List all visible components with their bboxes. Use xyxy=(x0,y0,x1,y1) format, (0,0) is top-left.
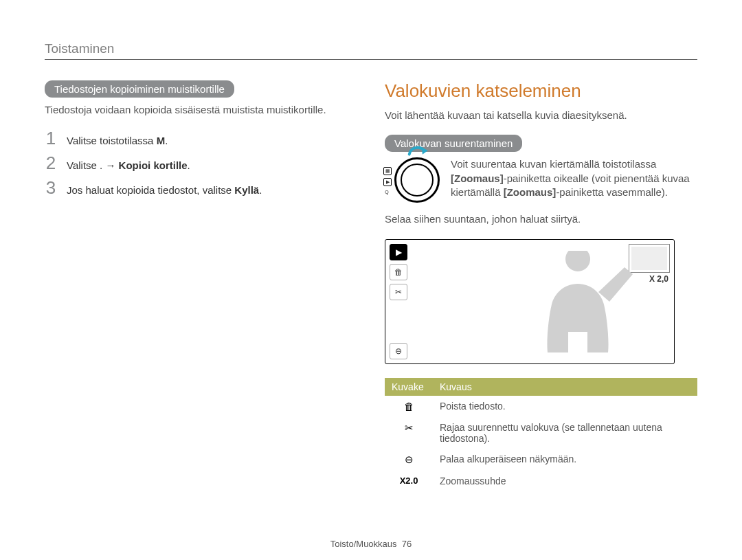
zoom-instruction-row: ▦ ▶ Q Voit suurentaa kuvan kiertämällä t… xyxy=(385,157,697,203)
zoom-ratio-readout: X 2,0 xyxy=(649,274,668,284)
step-number: 3 xyxy=(45,179,57,197)
step-3-b: Kyllä xyxy=(234,184,259,196)
page-header: Toistaminen xyxy=(45,41,697,56)
play-button[interactable]: ▶ xyxy=(390,244,407,260)
zoom-scroll-hint: Selaa siihen suuntaan, johon haluat siir… xyxy=(385,212,697,226)
crop-icon: ✂ xyxy=(385,417,433,449)
step-2: 2 Valitse . → Kopioi kortille. xyxy=(45,154,357,172)
zoom-instruction-text: Voit suurentaa kuvan kiertämällä toistot… xyxy=(451,157,697,199)
tiny-zoom-icon: Q xyxy=(383,189,390,196)
zoom-text-e: -painiketta vasemmalle). xyxy=(556,186,668,198)
left-intro: Tiedostoja voidaan kopioida sisäisestä m… xyxy=(45,103,357,117)
pill-copy-files: Tiedostojen kopioiminen muistikortille xyxy=(45,80,234,98)
tiny-play-icon: ▶ xyxy=(383,178,392,186)
header-rule xyxy=(45,59,697,60)
tiny-grid-icon: ▦ xyxy=(383,167,392,175)
right-intro: Voit lähentää kuvaan tai katsella kuvia … xyxy=(385,109,697,122)
page-footer: Toisto/Muokkaus 76 xyxy=(0,539,742,549)
step-2-b: Kopioi kortille xyxy=(119,159,188,171)
zoom-reset-icon: ⊖ xyxy=(385,449,433,471)
trash-icon: 🗑 xyxy=(385,396,433,417)
zoom-dial-icon xyxy=(394,157,440,203)
th-icon: Kuvake xyxy=(385,378,433,396)
row-desc: Rajaa suurennettu valokuva (se tallennet… xyxy=(433,417,697,449)
zoom-text-d: [Zoomaus] xyxy=(504,186,556,198)
step-1-mode: M xyxy=(157,135,166,146)
rotate-arrow-icon xyxy=(405,142,429,159)
th-description: Kuvaus xyxy=(433,378,697,396)
page-number: 76 xyxy=(402,539,412,549)
zoom-text-a: Voit suurentaa kuvan kiertämällä toistot… xyxy=(451,158,656,170)
step-number: 1 xyxy=(45,129,57,147)
step-2-a: Valitse . → xyxy=(67,159,119,171)
row-desc: Poista tiedosto. xyxy=(433,396,697,417)
delete-button[interactable]: 🗑 xyxy=(390,264,407,280)
step-text: Valitse . → Kopioi kortille. xyxy=(67,159,190,171)
table-row: ⊖ Palaa alkuperäiseen näkymään. xyxy=(385,449,697,471)
right-column: Valokuvien katseleminen Voit lähentää ku… xyxy=(385,80,697,491)
step-1: 1 Valitse toistotilassa M. xyxy=(45,129,357,147)
footer-section: Toisto/Muokkaus xyxy=(330,539,397,549)
child-silhouette-icon xyxy=(509,251,647,364)
crop-button[interactable]: ✂ xyxy=(390,284,407,300)
zoom-out-button[interactable]: ⊖ xyxy=(390,343,407,359)
preview-sidebar: ▶ 🗑 ✂ xyxy=(390,244,407,300)
step-3-a: Jos haluat kopioida tiedostot, valitse xyxy=(67,184,234,196)
left-column: Tiedostojen kopioiminen muistikortille T… xyxy=(45,80,357,491)
step-1-a: Valitse toistotilassa xyxy=(67,135,157,146)
step-3-c: . xyxy=(259,184,262,196)
zoom-ratio-label: X2.0 xyxy=(385,471,433,491)
row-desc: Palaa alkuperäiseen näkymään. xyxy=(433,449,697,471)
photo-preview-frame: ▶ 🗑 ✂ ⊖ X 2,0 xyxy=(385,239,675,364)
step-text: Valitse toistotilassa M. xyxy=(67,135,168,146)
zoom-dial-diagram: ▦ ▶ Q xyxy=(385,157,438,203)
table-row: ✂ Rajaa suurennettu valokuva (se tallenn… xyxy=(385,417,697,449)
step-3: 3 Jos haluat kopioida tiedostot, valitse… xyxy=(45,179,357,197)
table-row: 🗑 Poista tiedosto. xyxy=(385,396,697,417)
steps-list: 1 Valitse toistotilassa M. 2 Valitse . →… xyxy=(45,129,357,197)
zoom-text-b: [Zoomaus] xyxy=(451,172,504,184)
svg-marker-0 xyxy=(422,148,428,155)
row-desc: Zoomaussuhde xyxy=(433,471,697,491)
step-1-c: . xyxy=(165,135,168,146)
step-text: Jos haluat kopioida tiedostot, valitse K… xyxy=(67,184,262,196)
section-title-viewing-photos: Valokuvien katseleminen xyxy=(385,80,697,102)
step-2-c: . xyxy=(188,159,190,171)
step-number: 2 xyxy=(45,154,57,172)
table-row: X2.0 Zoomaussuhde xyxy=(385,471,697,491)
icon-description-table: Kuvake Kuvaus 🗑 Poista tiedosto. ✂ Rajaa… xyxy=(385,378,697,491)
